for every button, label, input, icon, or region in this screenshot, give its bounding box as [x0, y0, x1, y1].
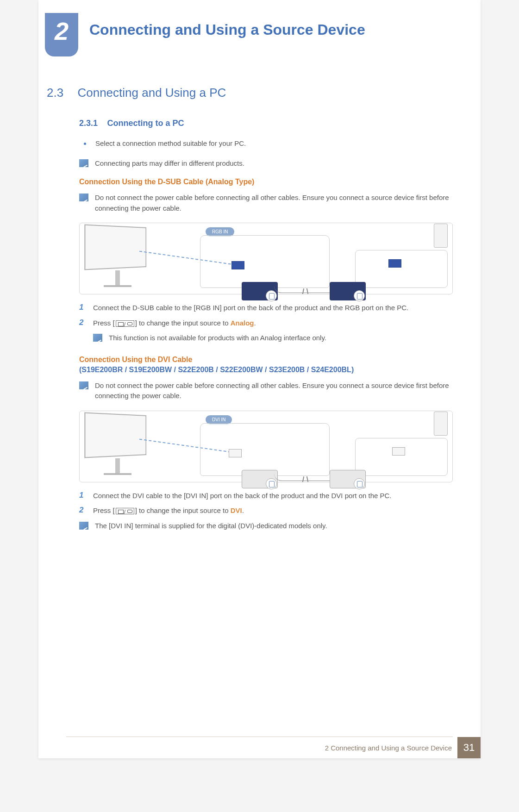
dvi-port-icon	[229, 449, 242, 457]
step-text: Press [] to change the input source to A…	[93, 318, 256, 329]
monitor-port-panel	[200, 423, 330, 476]
screw-icon	[354, 290, 365, 301]
dsub-step-2: 2 Press [] to change the input source to…	[79, 318, 453, 329]
chapter-title: Connecting and Using a Source Device	[89, 21, 365, 38]
dvi-note: The [DVI IN] terminal is supplied for th…	[79, 521, 453, 531]
note-icon	[79, 159, 88, 167]
source-button-icon	[116, 508, 134, 514]
pc-tower-icon	[434, 412, 448, 436]
section-title: Connecting and Using a PC	[77, 86, 226, 100]
dvi-step-1: 1 Connect the DVI cable to the [DVI IN] …	[79, 491, 453, 501]
monitor-port-panel	[200, 235, 330, 288]
keyword-dvi: DVI	[231, 506, 242, 514]
dsub-diagram: RGB IN	[79, 223, 453, 294]
page: 2 Connecting and Using a Source Device 2…	[38, 0, 481, 758]
dvi-models: (S19E200BR / S19E200BW / S22E200B / S22E…	[79, 366, 453, 374]
dvi-step-2: 2 Press [] to change the input source to…	[79, 506, 453, 516]
pc-port-panel	[355, 250, 448, 288]
dvi-heading: Connection Using the DVI Cable	[79, 356, 453, 364]
screw-icon	[266, 290, 277, 301]
text: .	[242, 506, 244, 514]
bullet-item: Select a connection method suitable for …	[79, 138, 453, 149]
note-icon	[93, 334, 102, 342]
note-text: This function is not available for produ…	[109, 333, 326, 344]
pc-tower-icon	[434, 224, 448, 248]
pc-dvi-port-icon	[392, 447, 405, 456]
section-number: 2.3	[47, 86, 75, 100]
bullet-text: Select a connection method suitable for …	[95, 138, 246, 149]
warning-text: Do not connect the power cable before co…	[95, 193, 453, 213]
note-text: Connecting parts may differ in different…	[95, 158, 244, 169]
step-number: 2	[79, 506, 86, 515]
rgb-port-icon	[231, 261, 244, 269]
pc-rgb-port-icon	[388, 259, 401, 268]
subsection-title: Connecting to a PC	[107, 119, 184, 128]
step-text: Press [] to change the input source to D…	[93, 506, 244, 516]
note-text: The [DVI IN] terminal is supplied for th…	[95, 521, 327, 531]
step-text: Connect the D-SUB cable to the [RGB IN] …	[93, 303, 408, 313]
note-products: Connecting parts may differ in different…	[79, 158, 453, 169]
note-icon	[79, 522, 88, 530]
text: Press [	[93, 506, 115, 514]
text: .	[254, 319, 256, 327]
page-number: 31	[457, 737, 481, 758]
bullet-icon	[84, 143, 86, 145]
wire-tie-icon	[303, 476, 307, 483]
dvi-diagram: DVI IN	[79, 411, 453, 482]
dsub-heading: Connection Using the D-SUB Cable (Analog…	[79, 178, 453, 186]
warning-text: Do not connect the power cable before co…	[95, 381, 453, 401]
note-icon	[79, 194, 88, 201]
step-number: 2	[79, 318, 86, 327]
dvi-warning: Do not connect the power cable before co…	[79, 381, 453, 401]
footer-chapter-title: 2 Connecting and Using a Source Device	[325, 744, 457, 752]
keyword-analog: Analog	[231, 319, 254, 327]
text: Press [	[93, 319, 115, 327]
screw-icon	[266, 478, 277, 489]
footer: 2 Connecting and Using a Source Device 3…	[38, 737, 481, 758]
subsection-heading: 2.3.1 Connecting to a PC	[79, 119, 453, 128]
step-number: 1	[79, 303, 86, 312]
step-number: 1	[79, 491, 86, 500]
dsub-step-1: 1 Connect the D-SUB cable to the [RGB IN…	[79, 303, 453, 313]
dsub-note: This function is not available for produ…	[93, 333, 453, 344]
text: ] to change the input source to	[135, 319, 231, 327]
chapter-number: 2	[55, 17, 69, 45]
subsection-number: 2.3.1	[79, 119, 105, 128]
note-icon	[79, 381, 88, 389]
chapter-badge: 2	[45, 13, 78, 56]
pc-port-panel	[355, 438, 448, 476]
wire-tie-icon	[303, 288, 307, 295]
screw-icon	[354, 478, 365, 489]
text: ] to change the input source to	[135, 506, 231, 514]
source-button-icon	[116, 320, 134, 327]
content-area: 2.3 Connecting and Using a PC 2.3.1 Conn…	[38, 86, 481, 540]
dsub-warning: Do not connect the power cable before co…	[79, 193, 453, 213]
port-label-dvi: DVI IN	[206, 415, 232, 424]
section-heading: 2.3 Connecting and Using a PC	[47, 86, 453, 100]
step-text: Connect the DVI cable to the [DVI IN] po…	[93, 491, 392, 501]
